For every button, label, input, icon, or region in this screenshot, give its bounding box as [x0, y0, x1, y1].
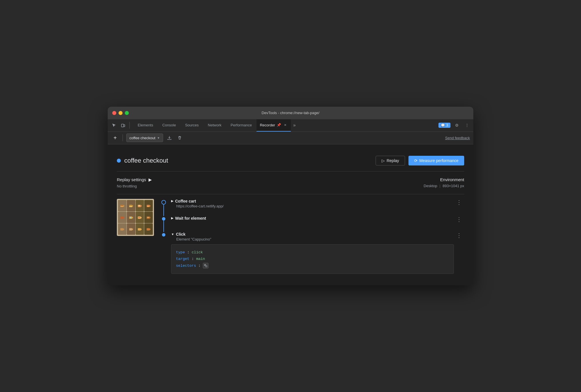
- step-label-2: Wait for element: [175, 216, 206, 221]
- separator: [129, 122, 130, 129]
- tab-close-button[interactable]: ✕: [283, 123, 287, 127]
- svg-rect-17: [123, 217, 124, 218]
- step-wait: ▶ Wait for element ⋮: [161, 216, 464, 232]
- svg-point-30: [130, 229, 131, 230]
- recording-title: coffee checkout: [117, 157, 168, 164]
- maximize-button[interactable]: [125, 111, 129, 115]
- step-click: ▼ Click Element "Cappucino" type : click: [161, 232, 464, 274]
- replay-button[interactable]: ▷ Replay: [376, 156, 405, 165]
- svg-rect-32: [141, 229, 142, 230]
- type-key: type: [176, 249, 185, 256]
- svg-rect-33: [147, 228, 150, 231]
- step-header-1[interactable]: ▶ Coffee cart: [171, 199, 454, 203]
- export-button[interactable]: [165, 134, 173, 142]
- step-content-2: ▶ Wait for element: [171, 216, 454, 225]
- tab-performance[interactable]: Performance: [226, 119, 256, 132]
- step-menu-1[interactable]: ⋮: [454, 199, 464, 206]
- svg-rect-36: [206, 266, 207, 267]
- svg-rect-34: [150, 229, 151, 230]
- step-thumbnail: [117, 199, 154, 236]
- step-line-1: [163, 205, 164, 216]
- steps-list: ▶ Coffee cart https://coffee-cart.netlif…: [161, 199, 464, 274]
- step-menu-2[interactable]: ⋮: [454, 216, 464, 223]
- traffic-lights: [112, 111, 129, 115]
- svg-rect-27: [123, 229, 124, 230]
- more-tabs-button[interactable]: »: [291, 123, 298, 128]
- step-navigate: ▶ Coffee cart https://coffee-cart.netlif…: [161, 199, 464, 216]
- step-content-3: ▼ Click Element "Cappucino" type : click: [171, 232, 454, 274]
- tab-network[interactable]: Network: [203, 119, 226, 132]
- send-feedback-link[interactable]: Send feedback: [445, 136, 470, 140]
- svg-rect-15: [147, 206, 149, 207]
- settings-section: Replay settings ▶ No throttling Environm…: [117, 171, 464, 194]
- recording-selector[interactable]: coffee checkout ▼: [126, 134, 163, 142]
- recording-name-label: coffee checkout: [124, 157, 168, 164]
- step-header-3[interactable]: ▼ Click: [171, 232, 454, 237]
- chevron-right-icon: ▶: [171, 199, 173, 203]
- add-recording-button[interactable]: +: [111, 134, 119, 142]
- svg-rect-5: [120, 205, 123, 206]
- step-dot-2: [162, 217, 165, 221]
- recorder-toolbar: + coffee checkout ▼ Send feedback: [108, 132, 473, 144]
- notification-badge[interactable]: 💬 3: [438, 123, 450, 128]
- cursor-icon[interactable]: [110, 121, 118, 129]
- svg-rect-14: [150, 205, 151, 207]
- tab-sources[interactable]: Sources: [181, 119, 203, 132]
- step-sub-3: Element "Cappucino": [176, 237, 454, 241]
- recording-name: coffee checkout: [129, 136, 155, 140]
- code-target-line: target : main: [176, 256, 449, 262]
- svg-rect-11: [141, 205, 142, 207]
- replay-settings-toggle[interactable]: Replay settings ▶: [117, 177, 152, 182]
- svg-rect-19: [132, 217, 133, 218]
- svg-rect-25: [147, 217, 149, 218]
- svg-rect-9: [129, 206, 132, 207]
- replay-settings: Replay settings ▶ No throttling: [117, 177, 152, 188]
- svg-rect-6: [120, 207, 123, 208]
- settings-button[interactable]: ⚙: [453, 121, 461, 129]
- svg-rect-24: [150, 217, 151, 218]
- step-header-2[interactable]: ▶ Wait for element: [171, 216, 454, 221]
- minimize-button[interactable]: [119, 111, 123, 115]
- svg-rect-21: [138, 217, 141, 219]
- recording-indicator: [117, 159, 121, 163]
- svg-rect-29: [132, 229, 133, 230]
- tab-console[interactable]: Console: [158, 119, 181, 132]
- window-title: DevTools - chrome://new-tab-page/: [262, 111, 319, 115]
- svg-rect-26: [120, 228, 123, 231]
- close-button[interactable]: [112, 111, 116, 115]
- svg-rect-22: [141, 217, 142, 218]
- svg-rect-31: [138, 228, 141, 231]
- environment-label: Environment: [424, 177, 464, 182]
- tab-elements[interactable]: Elements: [133, 119, 158, 132]
- svg-point-20: [130, 217, 131, 218]
- svg-rect-0: [121, 124, 124, 127]
- selector-picker-icon[interactable]: [203, 263, 209, 268]
- tab-recorder[interactable]: Recorder 📌 ✕: [257, 119, 291, 132]
- chat-icon: 💬: [441, 123, 445, 127]
- delete-button[interactable]: [176, 134, 184, 142]
- play-icon: ▷: [382, 158, 385, 163]
- environment-value: Desktop | 893×1041 px: [424, 184, 464, 188]
- svg-rect-8: [132, 205, 133, 207]
- step-label-3: Click: [176, 232, 185, 237]
- main-content: coffee checkout ▷ Replay ⟳ Measure perfo…: [108, 144, 473, 285]
- svg-rect-4: [123, 205, 124, 207]
- more-options-button[interactable]: ⋮: [463, 121, 471, 129]
- titlebar: DevTools - chrome://new-tab-page/: [108, 107, 473, 119]
- arrow-icon: ▶: [149, 177, 152, 182]
- step-menu-3[interactable]: ⋮: [454, 232, 464, 239]
- step-sub-1: https://coffee-cart.netlify.app/: [176, 204, 454, 208]
- throttle-label: No throttling: [117, 184, 152, 188]
- steps-section: ▶ Coffee cart https://coffee-cart.netlif…: [117, 194, 464, 278]
- svg-rect-23: [147, 217, 150, 219]
- selectors-key: selectors: [176, 262, 196, 269]
- target-value: main: [196, 256, 205, 262]
- step-line-2: [163, 221, 164, 232]
- svg-point-12: [139, 205, 140, 206]
- pin-icon: 📌: [277, 123, 281, 127]
- code-type-line: type : click: [176, 249, 449, 256]
- svg-rect-1: [124, 125, 125, 127]
- device-icon[interactable]: [119, 121, 127, 129]
- measure-performance-button[interactable]: ⟳ Measure performance: [408, 156, 464, 165]
- svg-rect-16: [120, 217, 123, 219]
